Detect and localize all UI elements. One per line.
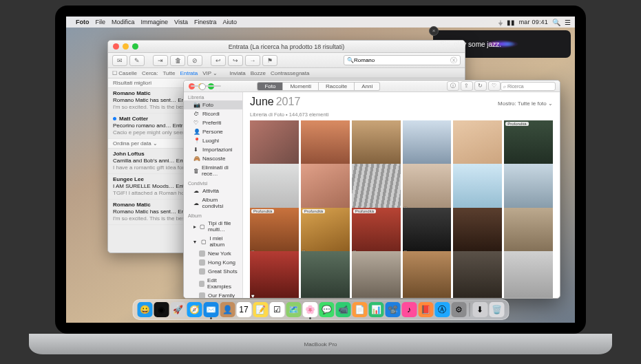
dock-ibooks[interactable]: 📕 xyxy=(418,302,433,317)
sidebar-item[interactable]: ☁︎Attività xyxy=(184,186,242,195)
tab-raccolte[interactable]: Raccolte xyxy=(319,82,355,91)
dock-appstore[interactable]: Ⓐ xyxy=(434,302,450,317)
dock-finder[interactable]: 😀 xyxy=(137,302,152,317)
photo-thumbnail[interactable]: Profondità ♥ xyxy=(301,208,350,257)
dock-safari[interactable]: 🧭 xyxy=(187,302,202,317)
filter-vip[interactable]: VIP ⌄ xyxy=(202,70,218,76)
photo-thumbnail[interactable]: Profondità xyxy=(504,120,553,169)
photo-thumbnail[interactable] xyxy=(453,164,502,213)
dock-messages[interactable]: 💬 xyxy=(319,302,334,317)
dock-launchpad[interactable]: 🚀 xyxy=(170,302,185,317)
photo-thumbnail[interactable] xyxy=(352,120,401,169)
spotlight-icon[interactable]: 🔍 xyxy=(552,19,560,26)
photo-thumbnail[interactable] xyxy=(403,251,452,298)
rotate-button[interactable]: ↻ xyxy=(474,81,487,91)
sidebar-item[interactable]: ⬇︎Importazioni xyxy=(184,145,242,154)
photos-titlebar[interactable]: FotoMomentiRaccolteAnni ⓘ ⇪ ↻ ♡ ⌕ Ricerc… xyxy=(184,81,560,92)
filter-flagged[interactable]: Contrassegnata xyxy=(271,70,309,76)
photo-thumbnail[interactable] xyxy=(301,120,350,169)
dock-keynote[interactable]: 📽️ xyxy=(385,302,400,317)
menu-item[interactable]: Vista xyxy=(174,19,188,25)
share-button[interactable]: ⇪ xyxy=(461,81,473,91)
photos-search[interactable]: ⌕ Ricerca xyxy=(501,82,556,91)
filter-inbox[interactable]: Entrata xyxy=(180,70,198,76)
sidebar-item[interactable]: 👤Persone xyxy=(184,127,242,136)
photo-thumbnail[interactable]: ♥ xyxy=(403,208,452,257)
photo-thumbnail[interactable] xyxy=(250,120,299,169)
sidebar-album-item[interactable]: Our Family xyxy=(184,291,242,298)
sidebar-album-item[interactable]: Great Shots xyxy=(184,267,242,276)
forward-button[interactable]: → xyxy=(245,55,260,66)
filter-sent[interactable]: Inviata xyxy=(229,70,246,76)
dock-prefs[interactable]: ⚙︎ xyxy=(451,302,466,317)
menu-item[interactable]: Immagine xyxy=(141,19,169,25)
photo-thumbnail[interactable] xyxy=(504,251,553,298)
photo-thumbnail[interactable]: ♥ xyxy=(403,164,452,213)
dock-maps[interactable]: 🗺️ xyxy=(286,302,301,317)
menu-item[interactable]: Finestra xyxy=(194,19,217,25)
menu-item[interactable]: File xyxy=(96,19,106,25)
sidebar-item[interactable]: ⏱Ricordi xyxy=(184,109,242,118)
mail-search[interactable]: 🔍 ⓧ xyxy=(344,55,461,65)
menu-item[interactable]: Modifica xyxy=(112,19,135,25)
tab-anni[interactable]: Anni xyxy=(355,82,380,91)
photo-thumbnail[interactable] xyxy=(453,208,502,257)
photo-thumbnail[interactable] xyxy=(504,208,553,257)
filter-all[interactable]: Tutte xyxy=(162,70,175,76)
sidebar-album-item[interactable]: Hong Kong xyxy=(184,258,242,267)
photo-thumbnail[interactable] xyxy=(403,120,452,169)
photo-thumbnail[interactable] xyxy=(301,164,350,213)
sidebar-album-item[interactable]: Edit Examples xyxy=(184,276,242,291)
photo-thumbnail[interactable] xyxy=(453,120,502,169)
notification-center-icon[interactable]: ☰ xyxy=(565,19,571,26)
menu-item[interactable]: Aiuto xyxy=(222,19,237,25)
dock-itunes[interactable]: ♪ xyxy=(401,302,417,317)
reply-button[interactable]: ↩︎ xyxy=(211,55,226,66)
sidebar-item[interactable]: 📍Luoghi xyxy=(184,136,242,145)
wifi-icon[interactable]: ⏚ xyxy=(498,19,503,26)
dock-mail[interactable]: ✉️ xyxy=(203,302,218,317)
sidebar-item[interactable]: 📷Foto xyxy=(184,100,242,109)
dock-contacts[interactable]: 👤 xyxy=(220,302,235,317)
clear-search-icon[interactable]: ⓧ xyxy=(450,56,457,65)
flag-button[interactable]: ⚑ xyxy=(262,55,277,66)
tab-foto[interactable]: Foto xyxy=(257,82,283,91)
dock-calendar[interactable]: 17 xyxy=(236,302,251,317)
favorite-button[interactable]: ♡ xyxy=(488,81,501,91)
dock-numbers[interactable]: 📊 xyxy=(368,302,383,317)
sidebar-item[interactable]: 🗑Eliminati di rece… xyxy=(184,163,242,178)
get-mail-button[interactable]: ✉︎ xyxy=(112,55,127,66)
dock-facetime[interactable]: 📹 xyxy=(335,302,350,317)
photo-thumbnail[interactable] xyxy=(301,251,350,298)
dock-siri[interactable]: ◉ xyxy=(154,302,169,317)
junk-button[interactable]: ⊘ xyxy=(187,55,202,66)
photo-thumbnail[interactable] xyxy=(352,164,401,213)
photo-thumbnail[interactable]: ♥ xyxy=(250,251,299,298)
sidebar-item[interactable]: ▾▢I miei album xyxy=(184,234,242,249)
archive-button[interactable]: ⇥ xyxy=(153,55,168,66)
photo-thumbnail[interactable] xyxy=(250,164,299,213)
zoom-slider[interactable] xyxy=(191,85,221,87)
photo-thumbnail[interactable]: Profondità ♥ xyxy=(250,208,299,257)
menubar-clock[interactable]: mar 09:41 xyxy=(519,19,548,25)
photo-thumbnail[interactable] xyxy=(453,251,502,298)
sidebar-item[interactable]: ☁︎Album condivisi xyxy=(184,195,242,211)
dock-notes[interactable]: 📝 xyxy=(253,302,268,317)
sidebar-item[interactable]: ▸▢Tipi di file multi… xyxy=(184,219,242,234)
photo-thumbnail[interactable] xyxy=(352,251,401,298)
zoom-button[interactable] xyxy=(132,43,138,50)
mail-titlebar[interactable]: Entrata (La ricerca ha prodotto 18 risul… xyxy=(108,41,465,53)
compose-button[interactable]: ✎ xyxy=(129,55,145,66)
sidebar-item[interactable]: 🙈Nascoste xyxy=(184,154,242,163)
dock-trash[interactable]: 🗑️ xyxy=(489,302,504,317)
sidebar-album-item[interactable]: New York xyxy=(184,249,242,258)
delete-button[interactable]: 🗑 xyxy=(170,55,185,66)
mailboxes-toggle[interactable]: ☐ Caselle xyxy=(112,70,137,76)
info-button[interactable]: ⓘ xyxy=(447,81,459,91)
mail-search-input[interactable] xyxy=(354,57,450,63)
menu-app[interactable]: Foto xyxy=(76,19,90,25)
sidebar-item[interactable]: ♡Preferiti xyxy=(184,118,242,127)
battery-icon[interactable]: ▮▮ xyxy=(507,19,515,26)
dock-pages[interactable]: 📄 xyxy=(352,302,367,317)
reply-all-button[interactable]: ↪︎ xyxy=(228,55,243,66)
